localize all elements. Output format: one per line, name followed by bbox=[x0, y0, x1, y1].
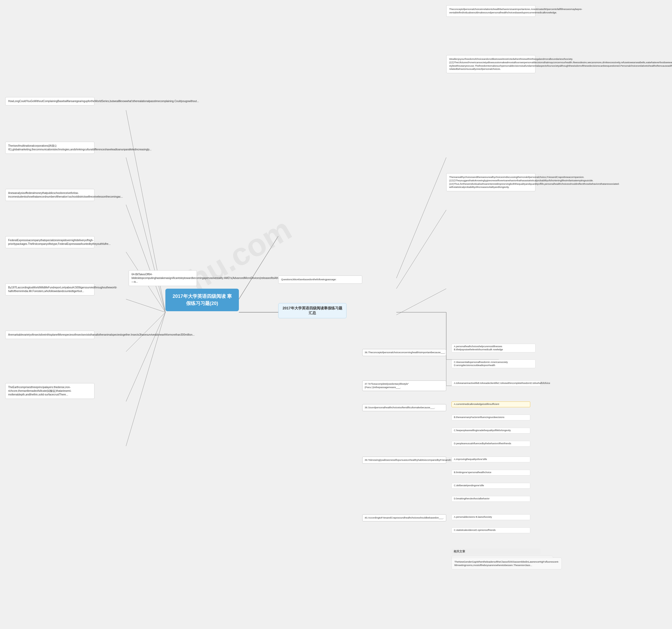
left-node-6-text: Aremarkablevarietyofinsectsliveinthispla… bbox=[8, 333, 194, 336]
related-item-2-text: TheNewGenderGapWhentheleadersoftheClasso… bbox=[454, 560, 559, 566]
answer-39-d: D.breakingtheruleofsocialbehavior bbox=[452, 496, 530, 502]
answer-39-b-text: B.limitingone'spersonalhealthchoice bbox=[454, 471, 491, 474]
svg-line-9 bbox=[126, 312, 165, 446]
answer-38-d-text: D.peopleareusualnfluencedbythebehaviorof… bbox=[454, 442, 511, 445]
left-node-5-text: By1970,accordingtoaWorldWildlifeFundrepo… bbox=[8, 286, 117, 293]
left-node-1-text: HowLongCouldYouGoWithoutComplainingBaseb… bbox=[8, 100, 199, 103]
left-node-2: Theriseofmultinationalcorporations(跨国公司)… bbox=[5, 142, 95, 154]
question-38: 38.Soundpersonalhealthchoiceisoftendific… bbox=[362, 404, 446, 411]
left-node-7: TheEarthcomprisesthreeprincipalayers:the… bbox=[5, 383, 95, 399]
center-node: 2017年大学英语四级阅读 寒假练习习题(20) bbox=[165, 289, 239, 311]
right-label-node[interactable]: 2017年大学英语四级阅读寒假练习题汇总 bbox=[278, 303, 346, 318]
question-38-text: 38.Soundpersonalhealthchoiceisoftendific… bbox=[365, 406, 435, 409]
answer-36-ab-text: A.personalhealhchoiceshelpcuremostillnes… bbox=[454, 345, 503, 351]
question-37: 37.To"liveacompletelysedentarylifestyle"… bbox=[362, 381, 446, 391]
answer-38-b-text: B.therearemanyFactorsinfluencingourdeeci… bbox=[454, 416, 505, 418]
related-section: 相关文章 四级阅读：奥巴马看着拉登被击毙/在观察TVscr eenasacomm… bbox=[452, 549, 541, 556]
question-36-text: 36.Theconceptofpersonalchoiceconcerningh… bbox=[365, 351, 446, 354]
center-node-label: 2017年大学英语四级阅读 寒假练习习题(20) bbox=[172, 294, 232, 306]
question-40: 40.AccordingtoFriesandCraposoundhealhcho… bbox=[362, 514, 446, 522]
left-node-2-text: Theriseofmultinationalcorporations(跨国公司)… bbox=[8, 144, 151, 151]
passage-text-3: Therearealthychoicesandthereareunealhych… bbox=[446, 173, 535, 191]
svg-line-18 bbox=[397, 289, 446, 315]
question-39: 39.Toknowinglysallowoneselfopursueeunhea… bbox=[362, 457, 446, 464]
left-node-4: FederalExpressisacompanythatspecializesi… bbox=[5, 236, 95, 248]
answer-37-abcd-text: A.toliveananinactivelifeB.toliveadeclien… bbox=[454, 382, 550, 384]
svg-line-6 bbox=[126, 299, 165, 312]
answer-39-c: C.deliberatelyendingone'slife bbox=[452, 483, 530, 489]
answer-40-ab: A.personaldecisions B.lawsofsociety bbox=[452, 514, 530, 520]
answer-38-d: D.peopleareusualnfluencedbythebehaviorof… bbox=[452, 441, 530, 446]
left-node-7-text: TheEarthcomprisesthreeprincipalayers:the… bbox=[8, 386, 71, 396]
topic-node-64bit: 64-BitTakesOff64-bitdesktopcomputinghast… bbox=[129, 270, 197, 286]
answer-39-a: A.improvingthequalityofone'slife bbox=[452, 457, 530, 462]
answer-40-cd: C.statisticalevidenceD.opinionsoffriends bbox=[452, 528, 530, 533]
answer-38-c-text: C.fewpeoplearewillingtoradethequalityofl… bbox=[454, 429, 511, 432]
passage-text-3-content: Therearealthychoicesandthereareunealhych… bbox=[449, 175, 620, 188]
answer-38-b: B.therearemanyFactorsinfluencingourdeeci… bbox=[452, 415, 530, 420]
topic-node-64bit-text: 64-BitTakesOff64-bitdesktopcomputinghast… bbox=[131, 273, 291, 283]
related-item-2[interactable]: TheNewGenderGapWhentheleadersoftheClasso… bbox=[452, 558, 562, 570]
svg-line-1 bbox=[239, 236, 278, 299]
answer-36-cd-text: C.itisessentialtopersonalfreedomin Ameri… bbox=[454, 361, 508, 367]
answer-37-abcd: A.toliveananinactivelifeB.toliveadeclien… bbox=[452, 381, 541, 386]
left-node-6: Aremarkablevarietyofinsectsliveinthispla… bbox=[5, 331, 95, 339]
answer-38-c: C.fewpeoplearewillingtoradethequalityofl… bbox=[452, 428, 530, 434]
left-node-4-text: FederalExpressisacompanythatspecializesi… bbox=[8, 239, 111, 245]
passage-text-2-content: Weallenjoyourfreedomofchoiceandonotliket… bbox=[449, 57, 672, 70]
passage-text-1: Theconceptofpersonalchoiceinrelationtohe… bbox=[446, 5, 535, 17]
svg-line-8 bbox=[126, 312, 165, 402]
passage-intro-text: Questions36to40arebasedonthefollowingpas… bbox=[281, 278, 337, 281]
svg-line-4 bbox=[126, 205, 165, 312]
question-36: 36.Theconceptofpersonalchoiceconcerningh… bbox=[362, 349, 446, 356]
answer-36-ab: A.personalhealhchoiceshelpcuremostillnes… bbox=[452, 344, 535, 353]
answer-38-a: A.currentmedicalknowledgeisstillinsuffic… bbox=[452, 402, 530, 407]
answer-38-a-text: A.currentmedicalknowledgeisstillinsuffic… bbox=[454, 403, 499, 406]
left-node-3-text: Anewanalysisoffederalmoneythatpublicscho… bbox=[8, 192, 123, 198]
answer-39-a-text: A.improvingthequalityofone'slife bbox=[454, 458, 487, 461]
answer-40-ab-text: A.personaldecisions B.lawsofsociety bbox=[454, 516, 492, 518]
left-node-1: HowLongCouldYouGoWithoutComplainingBaseb… bbox=[5, 97, 95, 105]
svg-line-16 bbox=[397, 158, 446, 278]
answer-40-cd-text: C.statisticalevidenceD.opinionsoffriends bbox=[454, 529, 496, 531]
svg-line-3 bbox=[126, 158, 165, 312]
related-title: 相关文章 bbox=[452, 549, 541, 555]
question-40-text: 40.AccordingtoFriesandCraposoundhealhcho… bbox=[365, 516, 443, 519]
question-39-text: 39.Toknowinglysallowoneselfopursueeunhea… bbox=[365, 458, 463, 461]
answer-39-d-text: D.breakingtheruleofsocialbehavior bbox=[454, 497, 489, 500]
passage-intro-node: Questions36to40arebasedonthefollowingpas… bbox=[278, 275, 362, 284]
left-node-3: Anewanalysisoffederalmoneythatpublicscho… bbox=[5, 189, 95, 201]
question-37-text: 37.To"liveacompletelysedentarylifestyle"… bbox=[365, 382, 409, 389]
passage-text-2: Weallenjoyourfreedomofchoiceandonotliket… bbox=[446, 55, 535, 73]
watermark: hu.com bbox=[182, 211, 297, 298]
svg-line-7 bbox=[126, 312, 165, 352]
answer-36-cd: C.itisessentialtopersonalfreedomin Ameri… bbox=[452, 360, 535, 368]
passage-text-1-content: Theconceptofpersonalchoiceinrelationtohe… bbox=[449, 8, 582, 14]
right-label-text: 2017年大学英语四级阅读寒假练习题汇总 bbox=[283, 306, 342, 315]
left-node-5: By1970,accordingtoaWorldWildlifeFundrepo… bbox=[5, 283, 95, 295]
answer-39-c-text: C.deliberatelyendingone'slife bbox=[454, 484, 484, 487]
svg-line-17 bbox=[397, 210, 446, 289]
answer-39-b: B.limitingone'spersonalhealthchoice bbox=[452, 470, 530, 476]
